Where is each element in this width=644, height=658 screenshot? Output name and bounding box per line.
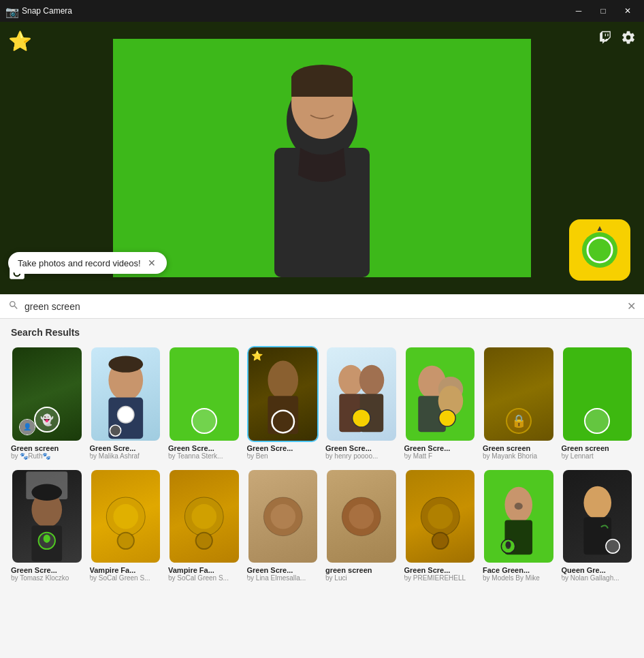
svg-point-14 xyxy=(272,411,293,433)
lens-author: by 🐾Ruth🐾 xyxy=(11,452,83,460)
app-icon: 📷 xyxy=(5,5,16,16)
svg-point-11 xyxy=(110,425,120,436)
lenses-grid-row2: Green Scre...by Tomasz Kloczko Vampire F… xyxy=(11,469,633,584)
svg-point-51 xyxy=(605,539,619,552)
lens-author: by Matt F xyxy=(404,452,477,460)
lens-author: by SoCal Green S... xyxy=(168,574,240,582)
lens-name: Green Scre... xyxy=(168,444,240,452)
lens-name: Green Scre... xyxy=(247,566,319,574)
lens-name: Green screen xyxy=(562,444,634,452)
settings-button[interactable] xyxy=(621,30,636,49)
svg-point-6 xyxy=(587,238,612,262)
svg-point-12 xyxy=(268,361,298,400)
twitch-button[interactable] xyxy=(598,30,613,49)
window-controls: ─ □ ✕ xyxy=(568,4,639,18)
lens-author: by Nolan Gallagh... xyxy=(562,574,634,582)
maximize-button[interactable]: □ xyxy=(592,4,614,18)
app-title: Snap Camera xyxy=(22,6,72,16)
bottom-panel: ✕ Search Results 👻 👤 Green screenby 🐾Rut… xyxy=(0,294,644,658)
svg-point-43 xyxy=(432,532,448,548)
lens-card[interactable]: Vampire Fa...by SoCal Green S... xyxy=(90,469,162,584)
svg-point-10 xyxy=(117,407,133,423)
lens-card[interactable]: Green Scre...by henry poooo... xyxy=(325,346,398,462)
svg-point-8 xyxy=(108,356,143,373)
lens-author: by PREMIEREHELL xyxy=(404,574,477,582)
lens-author: by Mayank Bhoria xyxy=(483,452,555,460)
lens-author: by Lina Elmesalla... xyxy=(247,574,319,582)
lens-card[interactable]: Face Green...by Models By Mike xyxy=(483,469,555,584)
results-title: Search Results xyxy=(11,327,633,338)
lens-card[interactable]: 👻 👤 Green screenby 🐾Ruth🐾 xyxy=(11,346,83,462)
svg-point-49 xyxy=(583,486,611,519)
camera-feed xyxy=(113,39,531,277)
svg-point-38 xyxy=(270,504,295,529)
top-right-icons xyxy=(598,30,636,49)
lens-card[interactable]: Green screenby Lennart xyxy=(562,346,634,462)
lens-name: Green Scre... xyxy=(90,444,162,452)
lens-author: by Ben xyxy=(247,452,319,460)
lens-card[interactable]: Green Scre...by Malika Ashraf xyxy=(90,346,162,462)
tooltip-close-button[interactable]: ✕ xyxy=(146,257,157,268)
svg-point-46 xyxy=(515,503,523,510)
minimize-button[interactable]: ─ xyxy=(568,4,590,18)
lens-name: Green screen xyxy=(11,444,83,452)
tooltip-text: Take photos and record videos! xyxy=(18,258,141,268)
lens-name: Green Scre... xyxy=(11,566,83,574)
lens-name: Vampire Fa... xyxy=(168,566,240,574)
lens-card[interactable]: Green Scre...by PREMIEREHELL xyxy=(404,469,477,584)
lens-name: Queen Gre... xyxy=(562,566,634,574)
title-bar: 📷 Snap Camera ─ □ ✕ xyxy=(0,0,644,22)
svg-point-36 xyxy=(196,532,212,548)
snapcode: ▲ xyxy=(569,219,630,281)
camera-shutter-button[interactable] xyxy=(8,264,26,286)
lens-name: Green Scre... xyxy=(247,444,319,452)
lens-name: Vampire Fa... xyxy=(90,566,162,574)
svg-point-30 xyxy=(44,534,50,542)
lens-author: by henry poooo... xyxy=(325,452,398,460)
lens-author: by Luci xyxy=(325,574,398,582)
svg-point-19 xyxy=(353,409,370,427)
lens-card[interactable]: Green Scre...by Matt F xyxy=(404,346,477,462)
lens-card[interactable]: Vampire Fa...by SoCal Green S... xyxy=(168,469,240,584)
lens-card[interactable]: Queen Gre...by Nolan Gallagh... xyxy=(562,469,634,584)
lens-name: Green Scre... xyxy=(325,444,398,452)
search-input[interactable] xyxy=(25,301,622,312)
svg-point-32 xyxy=(113,504,138,529)
svg-point-48 xyxy=(505,542,511,548)
svg-point-33 xyxy=(117,532,133,548)
lens-card[interactable]: Green Scre...by Teanna Sterk... xyxy=(168,346,240,462)
tooltip-bubble: Take photos and record videos! ✕ xyxy=(8,252,167,274)
lens-author: by SoCal Green S... xyxy=(90,574,162,582)
search-clear-button[interactable]: ✕ xyxy=(627,300,636,313)
camera-area: ⭐ xyxy=(0,22,644,294)
lens-name: Green screen xyxy=(483,444,555,452)
lenses-grid-row1: 👻 👤 Green screenby 🐾Ruth🐾 Green Scre...b… xyxy=(11,346,633,462)
title-bar-left: 📷 Snap Camera xyxy=(5,5,72,16)
lens-name: green screen xyxy=(325,566,398,574)
lens-card[interactable]: Green Scre...by Lina Elmesalla... xyxy=(247,469,319,584)
svg-point-24 xyxy=(438,410,455,426)
svg-point-17 xyxy=(359,365,385,396)
lens-author: by Malika Ashraf xyxy=(90,452,162,460)
lens-card[interactable]: ⭐ Green Scre...by Ben xyxy=(247,346,319,462)
svg-rect-4 xyxy=(291,76,353,97)
lens-card[interactable]: 🔒 Green screenby Mayank Bhoria xyxy=(483,346,555,462)
lens-author: by Models By Mike xyxy=(483,574,555,582)
favorite-button[interactable]: ⭐ xyxy=(8,30,32,52)
lens-name: Face Green... xyxy=(483,566,555,574)
search-bar: ✕ xyxy=(0,294,644,319)
lens-author: by Lennart xyxy=(562,452,634,460)
lens-name: Green Scre... xyxy=(404,444,477,452)
svg-point-35 xyxy=(191,504,216,529)
lens-name: Green Scre... xyxy=(404,566,477,574)
results-section: Search Results 👻 👤 Green screenby 🐾Ruth🐾… xyxy=(0,319,644,599)
svg-point-27 xyxy=(31,484,62,500)
lens-author: by Tomasz Kloczko xyxy=(11,574,83,582)
search-icon xyxy=(8,300,19,313)
lens-author: by Teanna Sterk... xyxy=(168,452,240,460)
svg-point-42 xyxy=(428,504,453,529)
svg-point-40 xyxy=(349,504,374,529)
close-button[interactable]: ✕ xyxy=(617,4,639,18)
lens-card[interactable]: Green Scre...by Tomasz Kloczko xyxy=(11,469,83,584)
lens-card[interactable]: green screenby Luci xyxy=(325,469,398,584)
